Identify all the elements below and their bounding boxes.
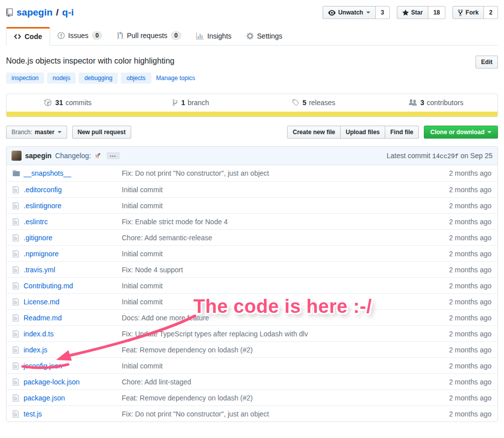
commit-author-link[interactable]: sapegin	[25, 152, 52, 160]
file-name-link[interactable]: .travis.yml	[24, 266, 122, 274]
unwatch-button[interactable]: Unwatch	[323, 6, 376, 19]
commit-message-link[interactable]: Changelog:	[55, 152, 102, 160]
tab-settings[interactable]: Settings	[239, 27, 290, 45]
latest-commit-bar: sapegin Changelog: … Latest commit 14cc2…	[7, 147, 497, 165]
topic-tag[interactable]: objects	[121, 73, 151, 84]
file-name-link[interactable]: package-lock.json	[24, 378, 122, 386]
star-icon	[402, 9, 409, 17]
file-commit-message-link[interactable]: Chore: Add semantic-release	[122, 234, 422, 242]
branch-label: Branch:	[12, 127, 32, 137]
file-commit-message-link[interactable]: Fix: Do not print "No constructor", just…	[122, 410, 422, 418]
repo-name-link[interactable]: q-i	[62, 6, 74, 19]
issue-icon	[58, 32, 65, 40]
tab-issues[interactable]: Issues 0	[50, 26, 110, 45]
repo-icon	[6, 9, 13, 17]
repo-owner-link[interactable]: sapegin	[17, 6, 53, 19]
branch-name: master	[35, 127, 54, 137]
find-file-button[interactable]: Find file	[385, 126, 419, 139]
issues-counter: 0	[92, 31, 102, 40]
file-age: 2 months ago	[422, 394, 497, 402]
file-commit-message-link[interactable]: Fix: Enable strict mode for Node 4	[122, 218, 422, 226]
branches-label: branch	[187, 99, 209, 107]
repo-description: Node.js objects inspector with color hig…	[6, 56, 174, 67]
edit-button[interactable]: Edit	[475, 56, 498, 69]
commits-count: 31	[55, 99, 63, 107]
new-pull-request-button[interactable]: New pull request	[72, 126, 131, 139]
table-row: Contributing.md Initial commit 2 months …	[7, 277, 497, 293]
table-row: jsconfig.json Initial commit 2 months ag…	[7, 357, 497, 373]
topic-tag[interactable]: nodejs	[47, 73, 76, 84]
file-commit-message-link[interactable]: Fix: Node 4 support	[122, 266, 422, 274]
file-name-link[interactable]: package.json	[24, 394, 122, 402]
stars-count[interactable]: 18	[428, 6, 445, 19]
commit-ellipsis-button[interactable]: …	[107, 152, 120, 159]
file-name-link[interactable]: License.md	[24, 298, 122, 306]
file-name-link[interactable]: Readme.md	[24, 314, 122, 322]
file-commit-message-link[interactable]: Feat: Remove dependency on lodash (#2)	[122, 346, 422, 354]
star-button[interactable]: Star	[397, 6, 428, 19]
code-icon	[14, 33, 21, 41]
manage-topics-link[interactable]: Manage topics	[156, 75, 195, 82]
file-name-link[interactable]: __snapshots__	[24, 169, 122, 177]
file-commit-message-link[interactable]: Initial commit	[122, 186, 422, 194]
latest-commit-date: on Sep 25	[460, 152, 492, 160]
file-icon	[13, 282, 19, 290]
clone-label: Clone or download	[430, 127, 484, 137]
file-commit-message-link[interactable]: Initial commit	[122, 282, 422, 290]
graph-icon	[196, 33, 204, 40]
avatar[interactable]	[12, 151, 22, 161]
watchers-count[interactable]: 3	[376, 6, 390, 19]
folder-icon	[13, 169, 20, 177]
fork-icon	[458, 9, 463, 17]
repo-separator: /	[56, 6, 59, 19]
file-name-link[interactable]: index.d.ts	[24, 330, 122, 338]
file-age: 2 months ago	[422, 282, 497, 290]
file-toolbar: Branch: master New pull request Create n…	[6, 126, 498, 139]
tab-code[interactable]: Code	[6, 27, 50, 46]
caret-down-icon	[58, 131, 62, 133]
file-name-link[interactable]: Contributing.md	[24, 282, 122, 290]
language-bar[interactable]	[7, 112, 497, 117]
topics-row: inspection nodejs debugging objects Mana…	[6, 73, 498, 84]
caret-down-icon	[487, 131, 491, 133]
file-commit-message-link[interactable]: Initial commit	[122, 362, 422, 370]
tab-insights[interactable]: Insights	[189, 27, 239, 45]
file-commit-message-link[interactable]: Feat: Remove dependency on lodash (#2)	[122, 394, 422, 402]
contributors-link[interactable]: 3 contributors	[375, 99, 497, 107]
file-commit-message-link[interactable]: Initial commit	[122, 250, 422, 258]
file-name-link[interactable]: .gitignore	[24, 234, 122, 242]
file-name-link[interactable]: .npmignore	[24, 250, 122, 258]
commit-sha-link[interactable]: 14cc29f	[432, 153, 459, 160]
file-name-link[interactable]: .eslintrc	[24, 218, 122, 226]
releases-link[interactable]: 5 releases	[252, 99, 375, 107]
file-age: 2 months ago	[422, 186, 497, 194]
file-commit-message-link[interactable]: Initial commit	[122, 202, 422, 210]
repo-header: sapegin / q-i Unwatch 3 Star 18	[6, 0, 498, 19]
clone-or-download-button[interactable]: Clone or download	[424, 126, 498, 139]
fork-button[interactable]: Fork	[452, 6, 484, 19]
forks-count[interactable]: 2	[484, 6, 498, 19]
file-name-link[interactable]: index.js	[24, 346, 122, 354]
upload-files-button[interactable]: Upload files	[340, 126, 385, 139]
file-commit-message-link[interactable]: Fix: Do not print "No constructor", just…	[122, 169, 422, 177]
commits-link[interactable]: 31 commits	[7, 99, 129, 107]
eye-icon	[328, 9, 336, 17]
file-commit-message-link[interactable]: Fix: Update TypeScript types after repla…	[122, 330, 422, 338]
file-name-link[interactable]: test.js	[24, 410, 122, 418]
page-container: sapegin / q-i Unwatch 3 Star 18	[6, 0, 498, 422]
file-commit-message-link[interactable]: Chore: Add lint-staged	[122, 378, 422, 386]
file-icon	[13, 394, 19, 402]
file-name-link[interactable]: .eslintignore	[24, 202, 122, 210]
unwatch-label: Unwatch	[338, 8, 363, 18]
branch-select-button[interactable]: Branch: master	[6, 126, 67, 139]
topic-tag[interactable]: debugging	[79, 73, 118, 84]
file-name-link[interactable]: .editorconfig	[24, 186, 122, 194]
file-name-link[interactable]: jsconfig.json	[24, 362, 122, 370]
tab-issues-label: Issues	[68, 32, 88, 40]
branches-link[interactable]: 1 branch	[129, 99, 252, 107]
table-row: .travis.yml Fix: Node 4 support 2 months…	[7, 261, 497, 277]
file-age: 2 months ago	[422, 266, 497, 274]
create-new-file-button[interactable]: Create new file	[287, 126, 341, 139]
tab-pull-requests[interactable]: Pull requests 0	[110, 26, 189, 45]
topic-tag[interactable]: inspection	[6, 73, 44, 84]
